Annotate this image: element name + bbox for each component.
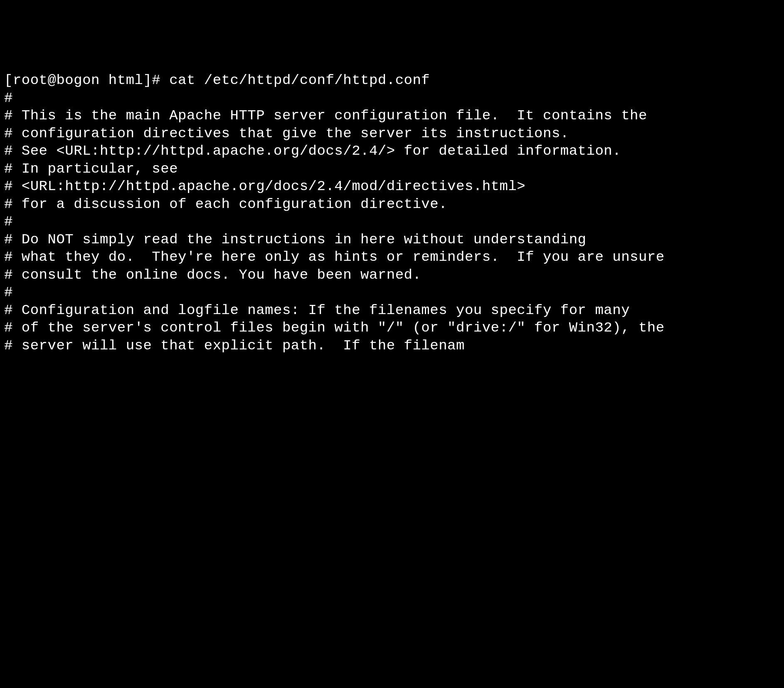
- shell-prompt: [root@bogon html]#: [4, 72, 169, 88]
- terminal-output-line: # for a discussion of each configuration…: [4, 196, 780, 213]
- terminal-output-line: # consult the online docs. You have been…: [4, 266, 780, 284]
- terminal-output-line: # Do NOT simply read the instructions in…: [4, 231, 780, 249]
- terminal-output-line: # server will use that explicit path. If…: [4, 337, 780, 355]
- terminal-output-line: #: [4, 89, 780, 107]
- terminal-output-line: # Configuration and logfile names: If th…: [4, 302, 780, 319]
- terminal-output-line: # what they do. They're here only as hin…: [4, 248, 780, 266]
- terminal-output-line: # configuration directives that give the…: [4, 125, 780, 143]
- terminal-command-line[interactable]: [root@bogon html]# cat /etc/httpd/conf/h…: [4, 72, 780, 89]
- terminal-output-line: # of the server's control files begin wi…: [4, 319, 780, 337]
- terminal-output-line: # In particular, see: [4, 160, 780, 178]
- terminal-output-line: # <URL:http://httpd.apache.org/docs/2.4/…: [4, 178, 780, 196]
- terminal-output-line: #: [4, 213, 780, 231]
- terminal-output-line: # See <URL:http://httpd.apache.org/docs/…: [4, 142, 780, 160]
- shell-command: cat /etc/httpd/conf/httpd.conf: [169, 72, 430, 88]
- terminal-output-line: # This is the main Apache HTTP server co…: [4, 107, 780, 125]
- terminal-output-line: #: [4, 284, 780, 302]
